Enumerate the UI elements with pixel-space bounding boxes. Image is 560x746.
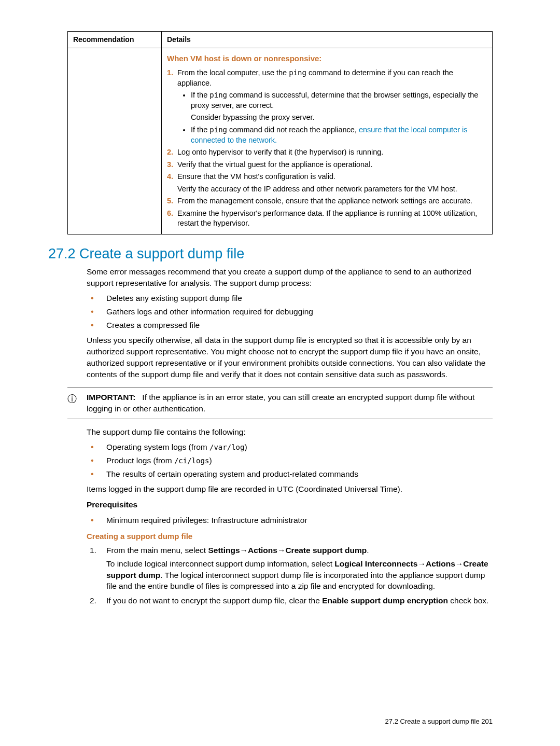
step-4: 4. Ensure that the VM host's configurati…: [167, 172, 487, 194]
code-path: /var/log: [209, 443, 244, 451]
details-steps: 1. From the local computer, use the ping…: [167, 68, 487, 229]
page-footer: 27.2 Create a support dump file 201: [385, 717, 493, 725]
code-ping: ping: [209, 126, 227, 134]
section-body: Some error messages recommend that you c…: [87, 266, 493, 380]
list-item: Minimum required privileges: Infrastruct…: [87, 515, 493, 526]
step-marker: 2.: [167, 147, 173, 158]
step-text: Log onto hypervisor to verify that it (t…: [177, 148, 383, 156]
process-list: Deletes any existing support dump file G…: [87, 293, 493, 330]
step-3: 3. Verify that the virtual guest for the…: [167, 160, 487, 170]
list-item: The results of certain operating system …: [87, 468, 493, 480]
list-item: Gathers logs and other information requi…: [87, 306, 493, 317]
details-subheading: When VM host is down or nonresponsive:: [167, 53, 487, 64]
step-text: Examine the hypervisor's performance dat…: [177, 209, 477, 228]
step-1: 1. From the local computer, use the ping…: [167, 68, 487, 145]
step-6: 6. Examine the hypervisor's performance …: [167, 209, 487, 229]
prerequisites-list: Minimum required privileges: Infrastruct…: [87, 515, 493, 526]
step-marker: 3.: [167, 160, 173, 170]
table-row: When VM host is down or nonresponsive: 1…: [68, 48, 493, 234]
text-fragment: ): [209, 456, 212, 465]
list-item: Product logs (from /ci/logs): [87, 455, 493, 466]
intro-paragraph: Some error messages recommend that you c…: [87, 266, 493, 288]
text-fragment: If you do not want to encrypt the suppor…: [106, 596, 322, 605]
text-fragment: command is successful, determine that th…: [191, 91, 478, 109]
step-marker: 1.: [167, 68, 173, 78]
procedure-heading: Creating a support dump file: [87, 531, 493, 542]
step-marker: 6.: [167, 209, 173, 219]
cell-details: When VM host is down or nonresponsive: 1…: [162, 48, 493, 234]
text-fragment: .: [367, 546, 369, 555]
paragraph: Items logged in the support dump file ar…: [87, 483, 493, 495]
text-fragment: If the: [191, 91, 209, 99]
code-path: /ci/logs: [174, 457, 209, 465]
step-text: Verify that the virtual guest for the ap…: [177, 160, 372, 169]
nav-path: Settings→Actions→Create support dump: [208, 546, 367, 555]
step-5: 5. From the management console, ensure t…: [167, 196, 487, 206]
text-fragment: Operating system logs (from: [106, 443, 209, 451]
step-text: From the local computer, use the: [177, 68, 289, 77]
contents-list: Operating system logs (from /var/log) Pr…: [87, 441, 493, 479]
step-text: From the management console, ensure that…: [177, 197, 472, 205]
step-4-note: Verify the accuracy of the IP address an…: [177, 184, 487, 195]
text-fragment: ): [244, 443, 247, 451]
code-ping: ping: [289, 68, 306, 77]
step-number: 2.: [90, 595, 96, 606]
code-ping: ping: [209, 91, 227, 99]
list-item: Operating system logs (from /var/log): [87, 441, 493, 453]
procedure-steps: 1. From the main menu, select Settings→A…: [87, 545, 493, 606]
text-fragment: . The logical interconnect support dump …: [106, 571, 485, 591]
procedure-step-2: 2. If you do not want to encrypt the sup…: [87, 595, 493, 606]
text-fragment: command did not reach the appliance,: [227, 126, 359, 134]
important-label: IMPORTANT:: [87, 393, 135, 402]
important-note: ⓘ IMPORTANT: If the appliance is in an e…: [67, 387, 493, 419]
col-recommendation: Recommendation: [68, 32, 162, 48]
sub-item: If the ping command is successful, deter…: [191, 90, 487, 123]
cell-recommendation: [68, 48, 162, 234]
sub-item-note: Consider bypassing the proxy server.: [191, 113, 487, 123]
ui-label: Enable support dump encryption: [322, 596, 448, 605]
col-details: Details: [162, 32, 493, 48]
step-1-sublist: If the ping command is successful, deter…: [186, 90, 487, 145]
step-2: 2. Log onto hypervisor to verify that it…: [167, 147, 487, 158]
list-item: Creates a compressed file: [87, 320, 493, 331]
important-icon: ⓘ: [67, 392, 83, 414]
prerequisites-heading: Prerequisites: [87, 499, 493, 510]
step-text: Ensure that the VM host's configuration …: [177, 172, 335, 181]
document-page: Recommendation Details When VM host is d…: [0, 0, 560, 746]
text-fragment: From the main menu, select: [106, 546, 208, 555]
paragraph: Unless you specify otherwise, all data i…: [87, 335, 493, 380]
section-heading: 27.2 Create a support dump file: [48, 246, 493, 262]
step-1-paragraph: To include logical interconnect support …: [106, 558, 493, 592]
list-item: Deletes any existing support dump file: [87, 293, 493, 304]
step-number: 1.: [90, 545, 96, 556]
text-fragment: To include logical interconnect support …: [106, 559, 334, 568]
important-content: IMPORTANT: If the appliance is in an err…: [83, 392, 493, 414]
procedure-step-1: 1. From the main menu, select Settings→A…: [87, 545, 493, 592]
important-text: If the appliance is in an error state, y…: [87, 393, 474, 413]
text-fragment: If the: [191, 126, 209, 134]
step-marker: 4.: [167, 172, 173, 182]
text-fragment: check box.: [448, 596, 488, 605]
step-marker: 5.: [167, 196, 173, 206]
section-body-2: The support dump file contains the follo…: [87, 426, 493, 606]
sub-item: If the ping command did not reach the ap…: [191, 125, 487, 145]
text-fragment: Product logs (from: [106, 456, 174, 465]
recommendation-table: Recommendation Details When VM host is d…: [67, 31, 493, 234]
table-header-row: Recommendation Details: [68, 32, 493, 48]
paragraph: The support dump file contains the follo…: [87, 426, 493, 438]
